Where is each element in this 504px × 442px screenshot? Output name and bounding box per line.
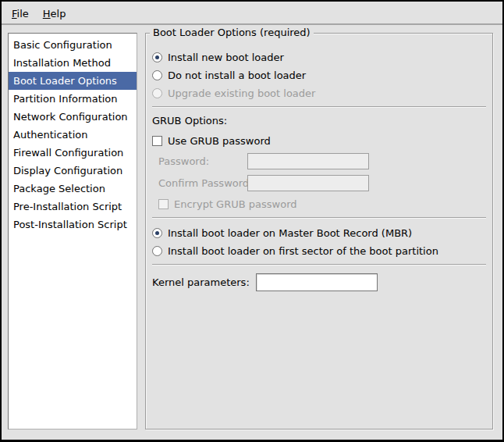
confirm-password-input (247, 175, 369, 191)
kickstart-configurator-window: File Help Basic Configuration Installati… (0, 0, 504, 442)
sidebar-item-basic-configuration[interactable]: Basic Configuration (9, 36, 137, 54)
radio-do-not-install-boot-loader[interactable]: Do not install a boot loader (152, 68, 486, 82)
radio-unselected-icon (152, 246, 162, 256)
kernel-parameters-input[interactable] (256, 273, 378, 291)
radio-label: Do not install a boot loader (168, 70, 306, 81)
frame-title: Boot Loader Options (required) (150, 27, 314, 38)
sidebar-item-package-selection[interactable]: Package Selection (9, 180, 137, 198)
password-input (247, 153, 369, 169)
radio-install-new-boot-loader[interactable]: Install new boot loader (152, 50, 486, 64)
radio-label: Upgrade existing boot loader (168, 87, 315, 99)
radio-label: Install new boot loader (168, 52, 284, 63)
menu-bar: File Help (2, 2, 502, 25)
confirm-password-label: Confirm Password: (158, 177, 247, 189)
category-list: Basic Configuration Installation Method … (8, 33, 137, 430)
sidebar-item-authentication[interactable]: Authentication (9, 126, 137, 144)
menu-help[interactable]: Help (36, 4, 73, 23)
sidebar-item-firewall-configuration[interactable]: Firewall Configuration (9, 144, 137, 162)
boot-loader-options-frame: Boot Loader Options (required) Install n… (145, 33, 493, 430)
radio-disabled-icon (152, 88, 162, 98)
radio-upgrade-existing-boot-loader: Upgrade existing boot loader (152, 86, 486, 100)
radio-install-on-mbr[interactable]: Install boot loader on Master Boot Recor… (152, 226, 486, 240)
separator (152, 106, 486, 108)
confirm-password-field-row: Confirm Password: (158, 175, 486, 191)
sidebar-item-display-configuration[interactable]: Display Configuration (9, 162, 137, 180)
password-label: Password: (158, 155, 247, 167)
checkbox-unchecked-icon (152, 136, 162, 146)
checkbox-use-grub-password[interactable]: Use GRUB password (152, 134, 486, 148)
separator (152, 264, 486, 266)
radio-label: Install boot loader on Master Boot Recor… (168, 227, 412, 239)
checkbox-label: Use GRUB password (168, 135, 271, 147)
main-area: Basic Configuration Installation Method … (2, 27, 502, 440)
grub-options-label: GRUB Options: (152, 115, 486, 127)
sidebar-item-network-configuration[interactable]: Network Configuration (9, 108, 137, 126)
kernel-parameters-label: Kernel parameters: (152, 276, 250, 288)
radio-selected-icon (152, 228, 162, 238)
sidebar-item-installation-method[interactable]: Installation Method (9, 54, 137, 72)
sidebar-item-post-installation-script[interactable]: Post-Installation Script (9, 216, 137, 233)
separator (152, 217, 486, 219)
sidebar-item-partition-information[interactable]: Partition Information (9, 90, 137, 108)
sidebar-item-boot-loader-options[interactable]: Boot Loader Options (9, 72, 137, 90)
menu-file[interactable]: File (5, 4, 36, 23)
kernel-parameters-row: Kernel parameters: (152, 273, 486, 291)
radio-install-on-first-sector[interactable]: Install boot loader on first sector of t… (152, 244, 486, 258)
radio-label: Install boot loader on first sector of t… (168, 245, 438, 257)
checkbox-disabled-icon (158, 199, 169, 209)
sidebar-item-pre-installation-script[interactable]: Pre-Installation Script (9, 198, 137, 216)
radio-selected-icon (152, 52, 162, 62)
checkbox-encrypt-grub-password: Encrypt GRUB password (158, 197, 486, 211)
password-field-row: Password: (158, 153, 486, 169)
checkbox-label: Encrypt GRUB password (174, 198, 297, 210)
radio-unselected-icon (152, 70, 162, 80)
